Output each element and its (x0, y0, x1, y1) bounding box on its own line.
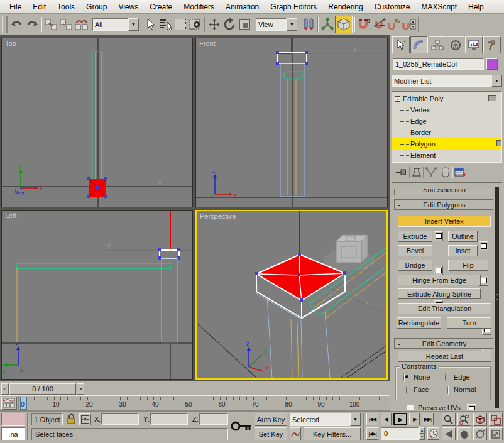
stack-item-state-icon[interactable] (496, 140, 502, 146)
time-configuration-icon[interactable] (427, 427, 439, 440)
snap-3d-icon[interactable]: 3 (356, 17, 371, 32)
show-end-result-icon[interactable] (412, 167, 422, 178)
menu-customize[interactable]: Customize (369, 1, 416, 13)
pin-stack-icon[interactable] (395, 167, 408, 178)
menu-views[interactable]: Views (112, 1, 144, 13)
hinge-from-edge-button[interactable]: Hinge From Edge (398, 275, 481, 285)
previous-frame-transport-button[interactable]: ◀| (381, 413, 392, 425)
rollout-scrollbar-thumb[interactable] (495, 187, 499, 408)
select-object-icon[interactable] (143, 17, 158, 32)
y-coordinate-field[interactable] (150, 413, 188, 425)
maxscript-listener-pane[interactable]: .na (1, 427, 25, 440)
zoom-icon[interactable] (442, 413, 456, 426)
menu-animation[interactable]: Animation (220, 1, 265, 13)
viewport-front-label[interactable]: Front (199, 40, 216, 47)
extrude-settings-button[interactable] (434, 231, 443, 241)
edit-triangulation-button[interactable]: Edit Triangulation (398, 303, 491, 314)
constraint-face-radio[interactable] (406, 386, 407, 395)
select-and-move-icon[interactable] (207, 17, 222, 32)
auto-key-button[interactable]: Auto Key (255, 413, 287, 426)
viewport-left-label[interactable]: Left (5, 212, 16, 219)
dropdown-arrow-icon[interactable]: ▼ (491, 75, 502, 87)
menu-rendering[interactable]: Rendering (322, 1, 368, 13)
snaps-toggle-button[interactable] (335, 16, 353, 33)
field-of-view-icon[interactable] (442, 427, 456, 440)
inset-button[interactable]: Inset (448, 245, 478, 256)
flip-button[interactable]: Flip (448, 260, 488, 271)
selection-lock-icon[interactable] (67, 413, 76, 426)
edit-geometry-rollout-header[interactable]: - Edit Geometry (394, 338, 493, 349)
window-crossing-toggle-icon[interactable] (188, 17, 203, 32)
next-frame-transport-button[interactable]: |▶ (409, 413, 420, 425)
bridge-button[interactable]: Bridge (398, 260, 432, 271)
extrude-button[interactable]: Extrude (398, 231, 432, 242)
selected-filter-dropdown[interactable]: Selected ▼ (290, 413, 361, 426)
previous-frame-button[interactable]: < (1, 383, 9, 395)
arc-rotate-icon[interactable] (473, 427, 487, 440)
menu-graph-editors[interactable]: Graph Editors (265, 1, 322, 13)
outline-settings-button[interactable] (479, 241, 488, 251)
preserve-uvs-settings-button[interactable] (467, 404, 476, 410)
go-to-end-button[interactable]: ▶▶| (422, 413, 434, 425)
make-unique-icon[interactable] (425, 167, 437, 178)
stack-item-border[interactable]: Border (392, 127, 502, 138)
menu-tools[interactable]: Tools (52, 1, 80, 13)
tab-modify[interactable] (410, 36, 428, 53)
tab-hierarchy[interactable] (429, 36, 446, 53)
tab-utilities[interactable] (483, 36, 501, 53)
rectangular-selection-region-icon[interactable] (173, 17, 188, 32)
unlink-selection-icon[interactable] (58, 17, 74, 32)
redo-icon[interactable] (25, 17, 40, 32)
viewport-perspective[interactable]: X y (195, 210, 388, 380)
spinner-up-icon[interactable]: ▲ (419, 427, 425, 434)
menu-group[interactable]: Group (80, 1, 112, 13)
reference-coordinate-system-dropdown[interactable]: View ▼ (256, 18, 297, 31)
key-filters-button[interactable]: Key Filters... (304, 427, 361, 440)
key-mode-toggle-button[interactable]: |◀▶| (366, 427, 378, 440)
dropdown-arrow-icon[interactable]: ▼ (350, 413, 361, 426)
select-and-rotate-icon[interactable] (222, 17, 237, 32)
tab-motion[interactable] (447, 36, 464, 53)
pan-icon[interactable] (457, 427, 471, 440)
current-frame-field[interactable]: 0 (381, 427, 419, 440)
viewport-perspective-label[interactable]: Perspective (200, 212, 236, 220)
dropdown-arrow-icon[interactable]: ▼ (128, 18, 139, 31)
time-slider[interactable]: 0 / 100 (9, 383, 76, 395)
constraint-none-radio[interactable] (403, 373, 405, 382)
configure-modifier-sets-icon[interactable] (454, 167, 466, 178)
stack-item-edge[interactable]: Edge (392, 116, 502, 127)
play-button[interactable]: ▶ (393, 413, 407, 425)
modifier-list-dropdown[interactable]: Modifier List ▼ (392, 75, 502, 87)
undo-icon[interactable] (9, 17, 25, 32)
tab-display[interactable] (465, 36, 483, 53)
constraint-normal-label[interactable]: Normal (454, 386, 476, 393)
constraint-edge-label[interactable]: Edge (454, 373, 470, 381)
object-color-swatch[interactable] (486, 58, 498, 70)
menu-create[interactable]: Create (144, 1, 178, 13)
object-name-field[interactable]: 1_0256_RemateCol (393, 58, 484, 70)
percent-snap-toggle-icon[interactable]: % (386, 17, 402, 32)
use-pivot-point-center-icon[interactable] (301, 17, 316, 32)
menu-maxscript[interactable]: MAXScript (415, 1, 463, 13)
go-to-start-button[interactable]: |◀◀ (366, 413, 378, 425)
outline-button[interactable]: Outline (448, 231, 478, 242)
dropdown-arrow-icon[interactable]: ▼ (287, 18, 297, 31)
listener-splitter[interactable] (27, 413, 28, 440)
next-frame-button[interactable]: > (77, 383, 84, 395)
zoom-all-icon[interactable] (457, 413, 471, 426)
select-and-scale-icon[interactable] (237, 17, 252, 32)
constraint-none-label[interactable]: None (414, 373, 430, 381)
frame-spinner[interactable]: ▲ ▼ (419, 427, 425, 440)
spinner-down-icon[interactable]: ▼ (419, 434, 425, 440)
viewport-top[interactable]: X y (1, 38, 193, 207)
rollout-scrollbar-track[interactable] (495, 187, 499, 408)
constraint-normal-radio[interactable] (447, 386, 449, 395)
bind-to-space-warp-icon[interactable] (74, 17, 89, 32)
toolbar-grip[interactable] (2, 16, 8, 33)
selection-filter-dropdown[interactable]: All ▼ (92, 18, 139, 31)
remove-modifier-icon[interactable] (441, 167, 451, 178)
turn-button[interactable]: Turn (447, 317, 491, 329)
select-and-manipulate-icon[interactable] (320, 17, 335, 32)
z-coordinate-field[interactable] (199, 413, 228, 425)
default-in-out-tangents-icon[interactable] (290, 427, 301, 440)
